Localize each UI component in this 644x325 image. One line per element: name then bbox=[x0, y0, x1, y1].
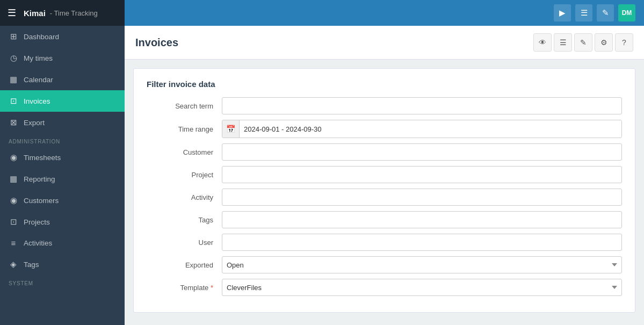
sidebar-header: ☰ Kimai - Time Tracking bbox=[0, 0, 125, 26]
list-icon: ☰ bbox=[581, 8, 588, 18]
top-bar-actions: ▶ ☰ ✎ DM bbox=[554, 4, 635, 21]
eye-icon: 👁 bbox=[539, 38, 546, 47]
top-bar: ▶ ☰ ✎ DM bbox=[125, 0, 644, 26]
user-avatar-button[interactable]: DM bbox=[618, 4, 635, 21]
exported-row: Exported Open Yes No All bbox=[147, 256, 622, 273]
list-view-button[interactable]: ☰ bbox=[554, 33, 572, 52]
user-label: User bbox=[147, 239, 222, 247]
search-term-input[interactable] bbox=[222, 97, 622, 114]
page-header-actions: 👁 ☰ ✎ ⚙ ? bbox=[533, 33, 633, 52]
sidebar-item-label: Customers bbox=[24, 197, 59, 205]
sidebar-item-reporting[interactable]: ▦ Reporting bbox=[0, 168, 125, 190]
page-content: Invoices 👁 ☰ ✎ ⚙ ? Filt bbox=[125, 26, 644, 325]
sidebar-item-invoices[interactable]: ⊡ Invoices bbox=[0, 90, 125, 112]
user-input[interactable] bbox=[222, 234, 622, 251]
sidebar-item-label: Dashboard bbox=[24, 33, 59, 41]
main-content: ▶ ☰ ✎ DM Invoices 👁 ☰ bbox=[125, 0, 644, 325]
template-row: Template * CleverFiles Default Custom bbox=[147, 279, 622, 296]
app-subtitle: - Time Tracking bbox=[50, 9, 98, 17]
customer-input[interactable] bbox=[222, 143, 622, 161]
edit-view-button[interactable]: ✎ bbox=[574, 33, 592, 52]
timesheets-icon: ◉ bbox=[9, 153, 18, 162]
time-range-row: Time range 📅 bbox=[147, 120, 622, 138]
sidebar-item-label: My times bbox=[24, 54, 53, 62]
sidebar-item-activities[interactable]: ≡ Activities bbox=[0, 233, 125, 254]
sidebar-item-label: Projects bbox=[24, 218, 50, 226]
list-button[interactable]: ☰ bbox=[575, 4, 592, 21]
activity-label: Activity bbox=[147, 193, 222, 201]
sidebar-item-customers[interactable]: ◉ Customers bbox=[0, 190, 125, 211]
sidebar-item-label: Timesheets bbox=[24, 154, 61, 162]
time-range-input[interactable] bbox=[240, 120, 621, 138]
page-title: Invoices bbox=[135, 37, 178, 49]
sidebar-item-projects[interactable]: ⊡ Projects bbox=[0, 211, 125, 233]
customer-label: Customer bbox=[147, 148, 222, 156]
calendar-icon: 📅 bbox=[226, 125, 235, 133]
sidebar-item-label: Export bbox=[24, 119, 45, 127]
page-header: Invoices 👁 ☰ ✎ ⚙ ? bbox=[125, 26, 644, 60]
template-select[interactable]: CleverFiles Default Custom bbox=[222, 279, 622, 296]
app-brand: Kimai bbox=[24, 9, 46, 18]
user-row: User bbox=[147, 234, 622, 251]
project-label: Project bbox=[147, 171, 222, 179]
time-range-label: Time range bbox=[147, 125, 222, 133]
export-icon: ⊠ bbox=[9, 118, 18, 127]
list-view-icon: ☰ bbox=[560, 38, 567, 47]
sidebar-item-label: Calendar bbox=[24, 76, 53, 84]
avatar-initials: DM bbox=[622, 9, 632, 17]
search-term-label: Search term bbox=[147, 102, 222, 110]
gear-icon: ⚙ bbox=[600, 38, 607, 47]
exported-label: Exported bbox=[147, 261, 222, 269]
activity-row: Activity bbox=[147, 189, 622, 206]
clock-icon: ◷ bbox=[9, 53, 18, 63]
time-range-input-wrapper: 📅 bbox=[222, 120, 622, 138]
sidebar-item-my-times[interactable]: ◷ My times bbox=[0, 47, 125, 69]
sidebar-item-export[interactable]: ⊠ Export bbox=[0, 112, 125, 133]
required-star: * bbox=[211, 284, 213, 292]
hamburger-icon[interactable]: ☰ bbox=[8, 7, 16, 19]
tags-icon: ◈ bbox=[9, 259, 18, 269]
edit-icon: ✎ bbox=[602, 8, 609, 18]
admin-section-label: Administration bbox=[0, 133, 125, 147]
customer-row: Customer bbox=[147, 143, 622, 161]
question-icon: ? bbox=[622, 38, 626, 47]
filter-title: Filter invoice data bbox=[147, 80, 622, 89]
tags-label: Tags bbox=[147, 216, 222, 224]
view-toggle-button[interactable]: 👁 bbox=[533, 33, 552, 52]
sidebar-item-label: Invoices bbox=[24, 97, 50, 105]
activity-input[interactable] bbox=[222, 189, 622, 206]
customers-icon: ◉ bbox=[9, 196, 18, 205]
search-term-row: Search term bbox=[147, 97, 622, 114]
dashboard-icon: ⊞ bbox=[9, 32, 18, 41]
help-button[interactable]: ? bbox=[615, 33, 633, 52]
play-icon: ▶ bbox=[559, 8, 566, 18]
sidebar-item-label: Tags bbox=[24, 261, 39, 269]
pencil-icon: ✎ bbox=[580, 38, 587, 47]
sidebar-item-timesheets[interactable]: ◉ Timesheets bbox=[0, 147, 125, 168]
reporting-icon: ▦ bbox=[9, 174, 18, 184]
settings-button[interactable]: ⚙ bbox=[595, 33, 613, 52]
activities-icon: ≡ bbox=[9, 239, 18, 248]
project-input[interactable] bbox=[222, 166, 622, 183]
filter-card: Filter invoice data Search term Time ran… bbox=[133, 68, 635, 313]
template-label: Template * bbox=[147, 284, 222, 292]
invoice-icon: ⊡ bbox=[9, 96, 18, 106]
exported-select[interactable]: Open Yes No All bbox=[222, 256, 622, 273]
edit-button[interactable]: ✎ bbox=[597, 4, 614, 21]
calendar-icon: ▦ bbox=[9, 75, 18, 84]
sidebar-item-tags[interactable]: ◈ Tags bbox=[0, 254, 125, 275]
projects-icon: ⊡ bbox=[9, 217, 18, 227]
sidebar-item-label: Reporting bbox=[24, 175, 55, 183]
project-row: Project bbox=[147, 166, 622, 183]
sidebar-item-label: Activities bbox=[24, 239, 52, 247]
play-button[interactable]: ▶ bbox=[554, 4, 571, 21]
sidebar-item-dashboard[interactable]: ⊞ Dashboard bbox=[0, 26, 125, 47]
sidebar-item-calendar[interactable]: ▦ Calendar bbox=[0, 69, 125, 90]
calendar-picker-button[interactable]: 📅 bbox=[222, 120, 240, 138]
system-section-label: System bbox=[0, 275, 125, 288]
tags-input[interactable] bbox=[222, 211, 622, 228]
sidebar: ☰ Kimai - Time Tracking ⊞ Dashboard ◷ My… bbox=[0, 0, 125, 325]
tags-row: Tags bbox=[147, 211, 622, 228]
